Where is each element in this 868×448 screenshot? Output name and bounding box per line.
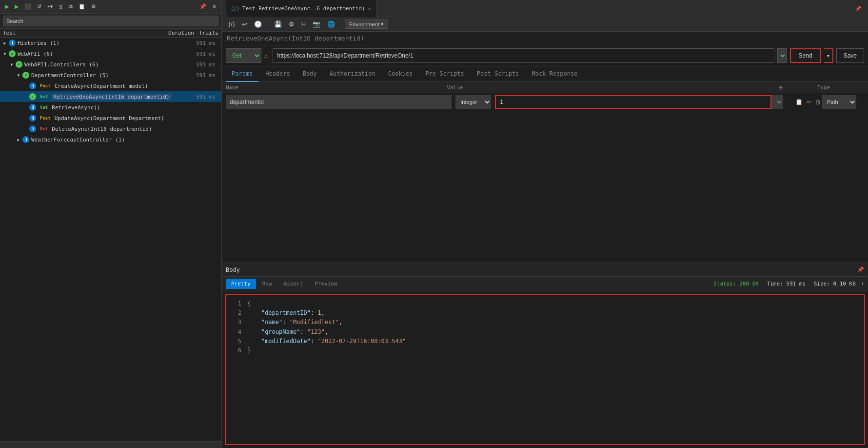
- body-tab-preview[interactable]: Preview: [309, 279, 342, 289]
- header-button[interactable]: H: [299, 20, 308, 29]
- tab-headers[interactable]: Headers: [259, 66, 296, 82]
- tree-item-delete-async[interactable]: ▶ ℹ Del DeleteAsync(Int16 departmentid): [0, 123, 221, 134]
- tree-item-update-async[interactable]: ▶ ℹ Post UpdateAsync(Department Departme…: [0, 113, 221, 123]
- tree-item-weather-controller[interactable]: ▶ ℹ WeatherForecastController (1): [0, 134, 221, 145]
- line-number: 4: [232, 327, 241, 337]
- column-headers: Test Duration Traits: [0, 29, 221, 38]
- url-dropdown[interactable]: [777, 48, 787, 63]
- param-edit-button[interactable]: ✏: [806, 98, 812, 106]
- method-badge-get: Get: [38, 94, 50, 100]
- tree-item-duration: 591 ms: [180, 94, 219, 100]
- code-content: "name": "ModifiedTest",: [247, 318, 342, 327]
- size-label: Size: 0.10 KB: [814, 281, 856, 287]
- tab-pin-icon[interactable]: 📌: [855, 6, 861, 11]
- globe-button[interactable]: 🌐: [325, 20, 337, 29]
- status-icon-info: ℹ: [29, 115, 36, 122]
- param-type-select[interactable]: Integer String Boolean: [455, 95, 491, 109]
- save-button[interactable]: Save: [836, 48, 864, 63]
- status-icon-info: ℹ: [29, 82, 36, 89]
- refresh-button[interactable]: ↺: [35, 2, 43, 11]
- param-value-dropdown[interactable]: [771, 95, 783, 109]
- traits-column-header: Traits: [194, 30, 218, 36]
- left-panel-scrollbar[interactable]: [0, 441, 221, 448]
- tab-pre-scripts[interactable]: Pre-Scripts: [419, 66, 470, 82]
- send-dropdown-button[interactable]: ▾: [824, 48, 833, 63]
- param-copy-button[interactable]: 📋: [794, 98, 804, 106]
- separator: [341, 20, 341, 29]
- tab-body[interactable]: Body: [297, 66, 323, 82]
- run-button[interactable]: ▶: [13, 2, 20, 11]
- param-path-type-select[interactable]: Path Query Header: [822, 95, 856, 109]
- tab-cookies[interactable]: Cookies: [382, 66, 419, 82]
- active-tab[interactable]: ⟨/⟩ Test-RetrieveOneAsync..6 departmenti…: [226, 0, 376, 17]
- type-header: Type: [817, 84, 856, 91]
- param-value-input[interactable]: [495, 95, 771, 109]
- tree-item-name: RetrieveOneAsync(Int16 departmentid): [52, 94, 180, 100]
- settings-toolbar-button[interactable]: ⚙: [286, 20, 297, 29]
- code-content: "modifiedDate": "2022-07-29T16:08:03.543…: [247, 337, 406, 346]
- code-view-button[interactable]: ⟨/⟩: [226, 20, 237, 29]
- send-button[interactable]: Send: [790, 48, 821, 63]
- param-delete-button[interactable]: 🗑: [814, 98, 822, 106]
- body-section-header: Body 📌: [222, 263, 868, 277]
- body-status: Status: 200 OK Time: 591 ms Size: 0.10 K…: [713, 281, 864, 287]
- code-content: "departmentID": 1,: [247, 308, 325, 318]
- status-icon-info: ℹ: [9, 40, 16, 46]
- body-section: Body 📌 Pretty Raw Assert Preview Status:…: [222, 263, 868, 448]
- stop-button[interactable]: ⬛: [22, 2, 33, 11]
- param-row: Integer String Boolean 📋 ✏ 🗑: [222, 93, 868, 111]
- warning-icon: ⚠: [264, 52, 268, 59]
- tab-post-scripts[interactable]: Post-Scripts: [471, 66, 525, 82]
- tab-bar: ⟨/⟩ Test-RetrieveOneAsync..6 departmenti…: [222, 0, 868, 17]
- environment-button[interactable]: Environment ▾: [345, 20, 388, 29]
- duration-column-header: Duration: [155, 30, 194, 36]
- tree-item-webapi1[interactable]: ▼ ✓ WebAPI1 (6) 591 ms: [0, 48, 221, 59]
- tree-item-duration: 591 ms: [180, 51, 219, 57]
- paste-button[interactable]: 📋: [77, 2, 87, 11]
- tree-item-histories[interactable]: ▶ ℹ Histories (1) 591 ms: [0, 38, 221, 48]
- history-button[interactable]: 🕐: [252, 20, 264, 29]
- param-name-input[interactable]: [226, 95, 452, 109]
- body-tab-pretty[interactable]: Pretty: [226, 279, 256, 289]
- icons-header: ⊞: [778, 84, 817, 91]
- tab-authorization[interactable]: Authorization: [324, 66, 381, 82]
- expand-arrow: ▶: [2, 40, 8, 46]
- url-bar: Get Post Put Delete ⚠ Send ▾ Save: [222, 45, 868, 66]
- undo-button[interactable]: ↩: [239, 20, 250, 29]
- save-toolbar-button[interactable]: 💾: [272, 20, 284, 29]
- body-pin-icon[interactable]: 📌: [857, 266, 864, 273]
- tree-item-create-async[interactable]: ▶ ℹ Post CreateAsync(Department model): [0, 81, 221, 91]
- tree-item-department-controller[interactable]: ▼ ✓ DepartmentController (5) 591 ms: [0, 70, 221, 81]
- url-input[interactable]: [273, 48, 774, 63]
- tab-params[interactable]: Params: [226, 66, 258, 82]
- value-header: Value: [447, 84, 778, 91]
- line-number: 6: [232, 346, 241, 355]
- add-param-button[interactable]: ⊞: [778, 84, 783, 91]
- download-icon[interactable]: ⬇: [861, 281, 864, 287]
- pin-button[interactable]: 📌: [197, 2, 208, 11]
- add-button[interactable]: +▾: [45, 2, 55, 11]
- environment-label: Environment: [349, 21, 379, 27]
- tree-item-retrieve-async[interactable]: ▶ ℹ Get RetrieveAsync(): [0, 102, 221, 113]
- status-label: Status: 200 OK: [713, 281, 759, 287]
- settings-button[interactable]: ⚙: [89, 2, 98, 11]
- camera-button[interactable]: 📷: [310, 20, 323, 29]
- method-badge-post: Post: [38, 83, 53, 89]
- copy-button[interactable]: ⧉: [67, 2, 75, 11]
- search-input[interactable]: [3, 16, 218, 26]
- tree-item-controllers[interactable]: ▼ ✓ WebAPI1.Controllers (6) 591 ms: [0, 59, 221, 70]
- tab-mock-response[interactable]: Mock-Response: [526, 66, 584, 82]
- filter-button[interactable]: ⧖: [57, 2, 65, 11]
- body-tab-assert[interactable]: Assert: [278, 279, 309, 289]
- method-select[interactable]: Get Post Put Delete: [226, 48, 261, 63]
- run-all-button[interactable]: ▶: [3, 2, 11, 11]
- code-line-6: 6 }: [232, 346, 858, 355]
- tree-item-name: WebAPI1.Controllers (6): [24, 61, 180, 68]
- tree-item-retrieve-one-async[interactable]: ▶ ✓ Get RetrieveOneAsync(Int16 departmen…: [0, 91, 221, 102]
- line-number: 1: [232, 299, 241, 308]
- body-tab-raw[interactable]: Raw: [257, 279, 277, 289]
- tab-close-button[interactable]: ✕: [368, 6, 371, 11]
- line-number: 5: [232, 337, 241, 346]
- line-number: 3: [232, 318, 241, 327]
- close-left-button[interactable]: ✕: [210, 2, 218, 11]
